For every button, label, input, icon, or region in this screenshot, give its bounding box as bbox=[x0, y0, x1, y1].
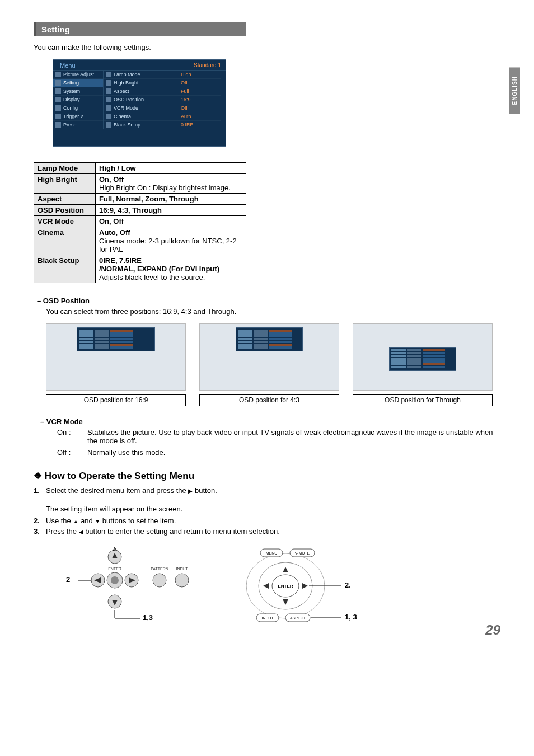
menu-right-item: 0 IRE bbox=[181, 122, 194, 128]
osd-position-desc: You can select from three positions: 16:… bbox=[46, 307, 500, 316]
menu-mid-item: Cinema bbox=[114, 114, 131, 119]
menu-left-item: Display bbox=[63, 97, 80, 102]
remote-callout-2: 2 bbox=[66, 575, 70, 584]
panel-menu-label: MENU bbox=[266, 551, 278, 555]
setting-name: Lamp Mode bbox=[34, 163, 96, 174]
menu-left-col: Picture Adjust Setting System Display Co… bbox=[53, 71, 104, 129]
steps-list-cont: 2.Use the ▲ and ▼ buttons to set the ite… bbox=[34, 516, 500, 536]
remote-diagram: ENTER PATTERN INPUT 2 bbox=[50, 546, 196, 624]
svg-point-11 bbox=[175, 574, 189, 587]
vcr-off-text: Normally use this mode. bbox=[87, 448, 500, 457]
menu-standard: Standard 1 bbox=[194, 62, 221, 69]
svg-point-10 bbox=[153, 574, 166, 587]
osd-thumbnails-row: OSD position for 16:9 OSD position for 4… bbox=[46, 323, 500, 406]
setting-value: On, Off bbox=[96, 216, 246, 227]
svg-point-5 bbox=[111, 576, 119, 584]
setting-value: 0IRE, 7.5IRE/NORMAL, EXPAND (For DVI inp… bbox=[96, 255, 246, 283]
vcr-on-label: On : bbox=[57, 428, 87, 445]
menu-left-item: Picture Adjust bbox=[63, 72, 94, 77]
panel-diagram: ENTER MENU V-MUTE INPUT ASPECT bbox=[229, 546, 397, 627]
settings-table: Lamp Mode High / Low High Bright On, Off… bbox=[34, 162, 246, 283]
left-triangle-icon: ◀ bbox=[79, 529, 83, 535]
menu-left-item: System bbox=[63, 88, 80, 94]
menu-right-item: High bbox=[181, 72, 191, 77]
panel-enter-label: ENTER bbox=[278, 584, 293, 589]
panel-right-icon bbox=[302, 583, 308, 589]
panel-callout-13: 1, 3 bbox=[345, 613, 357, 621]
setting-name: High Bright bbox=[34, 174, 96, 194]
panel-up-icon bbox=[283, 567, 288, 572]
howto-title: How to Operate the Setting Menu bbox=[34, 470, 500, 482]
panel-left-icon bbox=[263, 583, 269, 589]
menu-mid-item: Lamp Mode bbox=[114, 72, 140, 77]
enter-label: ENTER bbox=[108, 567, 121, 571]
page-number: 29 bbox=[485, 622, 500, 638]
panel-input-label: INPUT bbox=[262, 616, 274, 620]
menu-left-item: Config bbox=[63, 105, 78, 111]
panel-callout-2: 2. bbox=[345, 581, 351, 589]
input-label: INPUT bbox=[176, 567, 189, 571]
menu-right-item: Off bbox=[181, 80, 188, 86]
table-row: Cinema Auto, OffCinema mode: 2-3 pulldow… bbox=[34, 227, 246, 255]
setting-name: Aspect bbox=[34, 194, 96, 205]
setting-value: On, OffHigh Bright On : Display brightes… bbox=[96, 174, 246, 194]
table-row: Black Setup 0IRE, 7.5IRE/NORMAL, EXPAND … bbox=[34, 255, 246, 283]
setting-value: Full, Normal, Zoom, Through bbox=[96, 194, 246, 205]
step1-sub: The setting item will appear on the scre… bbox=[46, 505, 500, 513]
setting-name: VCR Mode bbox=[34, 216, 96, 227]
vcr-on-text: Stabilizes the picture. Use to play back… bbox=[87, 428, 500, 445]
panel-down-icon bbox=[283, 599, 288, 605]
setting-value: 16:9, 4:3, Through bbox=[96, 205, 246, 216]
vcr-on-row: On : Stabilizes the picture. Use to play… bbox=[57, 428, 500, 445]
setting-value: High / Low bbox=[96, 163, 246, 174]
osd-caption: OSD position for 16:9 bbox=[46, 394, 186, 406]
table-row: VCR Mode On, Off bbox=[34, 216, 246, 227]
osd-thumb-169: OSD position for 16:9 bbox=[46, 323, 186, 406]
vcr-off-row: Off : Normally use this mode. bbox=[57, 448, 500, 457]
table-row: Aspect Full, Normal, Zoom, Through bbox=[34, 194, 246, 205]
section-title: Setting bbox=[34, 22, 246, 36]
menu-left-item: Trigger 2 bbox=[63, 114, 83, 119]
setting-value: Auto, OffCinema mode: 2-3 pulldown for N… bbox=[96, 227, 246, 255]
pattern-label: PATTERN bbox=[151, 567, 168, 571]
menu-right-item: 16:9 bbox=[181, 97, 191, 102]
setting-name: Cinema bbox=[34, 227, 96, 255]
osd-caption: OSD position for 4:3 bbox=[199, 394, 339, 406]
menu-mid-item: High Bright bbox=[114, 80, 139, 86]
down-triangle-icon: ▼ bbox=[95, 518, 100, 524]
setting-name: OSD Position bbox=[34, 205, 96, 216]
menu-mid-item: OSD Position bbox=[114, 97, 144, 102]
table-row: High Bright On, OffHigh Bright On : Disp… bbox=[34, 174, 246, 194]
menu-mid-item: Aspect bbox=[114, 88, 129, 94]
panel-aspect-label: ASPECT bbox=[290, 616, 306, 620]
menu-mid-item: VCR Mode bbox=[114, 105, 138, 111]
remote-callout-13: 1,3 bbox=[143, 613, 153, 622]
osd-caption: OSD position for Through bbox=[353, 394, 493, 406]
vcr-off-label: Off : bbox=[57, 448, 87, 457]
menu-screenshot: Menu Standard 1 Picture Adjust Setting S… bbox=[53, 59, 226, 147]
vcr-mode-heading: VCR Mode bbox=[40, 417, 500, 426]
step-2: 2.Use the ▲ and ▼ buttons to set the ite… bbox=[34, 516, 500, 525]
menu-right-col: High Off Full 16:9 Off Auto 0 IRE bbox=[176, 71, 221, 129]
up-triangle-icon: ▲ bbox=[73, 518, 78, 524]
panel-vmute-label: V-MUTE bbox=[295, 551, 310, 555]
osd-thumb-43: OSD position for 4:3 bbox=[199, 323, 339, 406]
menu-left-item: Setting bbox=[63, 80, 79, 86]
menu-right-item: Off bbox=[181, 105, 188, 111]
menu-title: Menu bbox=[60, 62, 76, 69]
intro-text: You can make the following settings. bbox=[34, 43, 500, 51]
table-row: Lamp Mode High / Low bbox=[34, 163, 246, 174]
setting-name: Black Setup bbox=[34, 255, 96, 283]
step-1: 1.Select the desired menu item and press… bbox=[34, 486, 500, 495]
menu-right-item: Auto bbox=[181, 114, 191, 119]
steps-list: 1.Select the desired menu item and press… bbox=[34, 486, 500, 495]
osd-thumb-through: OSD position for Through bbox=[353, 323, 493, 406]
osd-position-heading: OSD Position bbox=[37, 297, 500, 305]
language-tab: ENGLISH bbox=[509, 67, 520, 114]
menu-right-item: Full bbox=[181, 88, 189, 94]
table-row: OSD Position 16:9, 4:3, Through bbox=[34, 205, 246, 216]
step-3: 3.Press the ◀ button to enter the settin… bbox=[34, 527, 500, 536]
menu-mid-col: Lamp Mode High Bright Aspect OSD Positio… bbox=[104, 71, 176, 129]
menu-mid-item: Black Setup bbox=[114, 122, 140, 128]
menu-left-item: Preset bbox=[63, 122, 78, 128]
